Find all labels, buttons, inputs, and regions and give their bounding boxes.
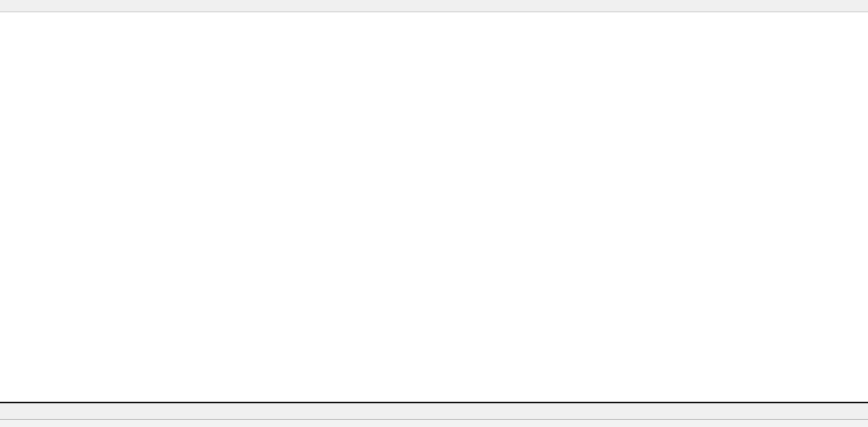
chart-window bbox=[0, 12, 868, 402]
chart-tabs-bar bbox=[0, 402, 868, 419]
bottom-strip bbox=[0, 419, 868, 427]
timeframe-toolbar bbox=[0, 0, 868, 12]
mt4-window bbox=[0, 0, 868, 427]
price-chart bbox=[0, 12, 868, 402]
